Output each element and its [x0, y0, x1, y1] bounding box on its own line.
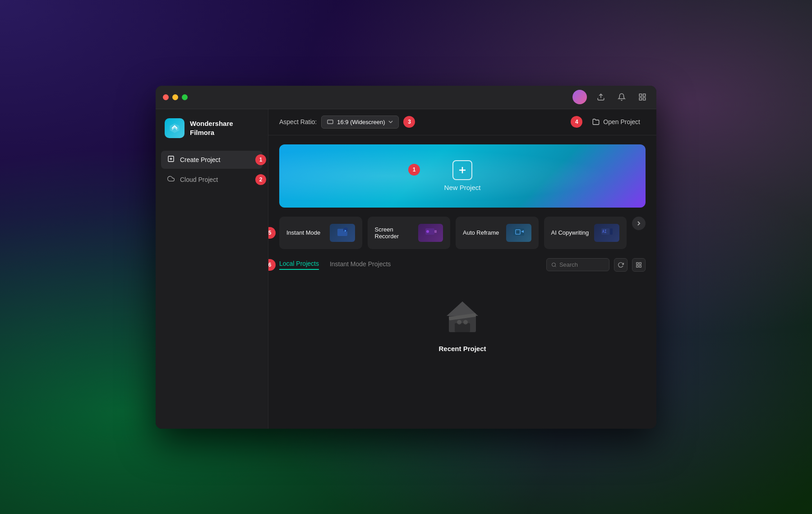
feature-card-auto-reframe[interactable]: Auto Reframe — [456, 217, 539, 249]
aspect-ratio-value: 16:9 (Widescreen) — [337, 119, 385, 125]
feature-card-instant-mode[interactable]: Instant Mode — [279, 217, 362, 249]
content-scroll[interactable]: 1 New Project 5 — [268, 135, 656, 429]
minimize-button[interactable] — [172, 94, 178, 100]
bell-icon[interactable] — [615, 90, 628, 104]
svg-point-23 — [552, 263, 555, 266]
svg-rect-3 — [639, 98, 641, 100]
new-project-plus-icon — [452, 160, 472, 180]
svg-rect-4 — [643, 98, 646, 100]
refresh-button[interactable] — [614, 258, 627, 272]
svg-point-32 — [457, 320, 461, 324]
traffic-lights — [163, 94, 188, 100]
aspect-ratio-control: Aspect Ratio: 16:9 (Widescreen) 3 — [279, 116, 415, 129]
open-project-badge: 4 — [571, 116, 582, 128]
auto-reframe-thumb — [506, 224, 531, 242]
upload-icon[interactable] — [594, 90, 608, 104]
search-icon — [551, 262, 557, 268]
ai-copywriting-thumb: AI — [594, 224, 619, 242]
svg-point-33 — [463, 320, 468, 324]
logo-icon — [165, 118, 185, 138]
tabs-badge: 6 — [268, 259, 276, 271]
feature-card-ai-copywriting[interactable]: AI Copywriting AI — [544, 217, 627, 249]
sidebar: Wondershare Filmora Create Project — [156, 109, 268, 429]
svg-rect-15 — [434, 230, 437, 233]
svg-rect-1 — [639, 94, 641, 96]
maximize-button[interactable] — [182, 94, 188, 100]
tabs-right — [546, 258, 646, 272]
close-button[interactable] — [163, 94, 169, 100]
auto-reframe-label: Auto Reframe — [463, 229, 499, 236]
aspect-badge: 3 — [403, 116, 415, 128]
tabs-bar: 6 Local Projects Instant Mode Projects — [279, 258, 646, 272]
new-project-content: New Project — [444, 160, 481, 191]
cloud-icon — [167, 175, 175, 184]
svg-rect-2 — [643, 94, 646, 96]
svg-rect-21 — [610, 228, 613, 235]
new-project-label: New Project — [444, 184, 481, 191]
aspect-ratio-label: Aspect Ratio: — [279, 118, 317, 125]
svg-point-16 — [426, 230, 429, 233]
sidebar-nav: Create Project 1 Cloud Project 2 — [156, 151, 268, 189]
svg-rect-27 — [639, 265, 641, 267]
app-window: Wondershare Filmora Create Project — [156, 86, 656, 429]
new-project-badge: 1 — [408, 164, 420, 176]
open-project-button[interactable]: Open Project — [587, 116, 646, 128]
svg-rect-9 — [328, 120, 333, 124]
grid-view-button[interactable] — [632, 258, 646, 272]
create-project-badge: 1 — [255, 154, 266, 165]
refresh-icon — [618, 262, 624, 268]
feature-cards-next-button[interactable] — [632, 217, 646, 230]
tab-local-projects[interactable]: Local Projects — [279, 260, 319, 270]
create-project-icon — [167, 155, 175, 164]
cloud-project-badge: 2 — [255, 174, 266, 185]
search-input[interactable] — [559, 261, 604, 268]
instant-mode-thumb — [330, 224, 355, 242]
svg-rect-25 — [639, 262, 641, 264]
empty-state: Recent Project — [279, 279, 646, 370]
folder-icon — [592, 118, 600, 125]
instant-mode-label: Instant Mode — [286, 229, 320, 236]
svg-rect-26 — [637, 265, 638, 267]
titlebar-icons — [572, 90, 649, 104]
content-area: Aspect Ratio: 16:9 (Widescreen) 3 4 — [268, 109, 656, 429]
aspect-ratio-icon — [327, 120, 333, 124]
sidebar-logo: Wondershare Filmora — [156, 118, 268, 151]
cloud-project-label: Cloud Project — [180, 176, 218, 183]
sidebar-item-cloud-project[interactable]: Cloud Project 2 — [161, 171, 263, 189]
ai-copywriting-label: AI Copywriting — [551, 229, 589, 236]
topbar-right: 4 Open Project — [571, 116, 646, 128]
tabs-left: 6 Local Projects Instant Mode Projects — [279, 260, 391, 270]
feature-card-screen-recorder[interactable]: Screen Recorder — [368, 217, 451, 249]
search-box[interactable] — [546, 258, 609, 271]
logo-text: Wondershare Filmora — [190, 119, 233, 137]
empty-state-label: Recent Project — [438, 345, 486, 352]
chevron-down-icon — [388, 120, 393, 123]
feature-cards: 5 Instant Mode — [279, 217, 646, 249]
grid-icon[interactable] — [636, 90, 649, 104]
tab-instant-mode-projects[interactable]: Instant Mode Projects — [330, 260, 391, 269]
sidebar-item-create-project[interactable]: Create Project 1 — [161, 151, 263, 169]
main-layout: Wondershare Filmora Create Project — [156, 109, 656, 429]
svg-rect-30 — [455, 323, 470, 332]
feature-cards-badge: 5 — [268, 227, 276, 239]
topbar: Aspect Ratio: 16:9 (Widescreen) 3 4 — [268, 109, 656, 135]
screen-recorder-label: Screen Recorder — [375, 226, 419, 240]
svg-text:AI: AI — [602, 230, 607, 234]
svg-rect-24 — [637, 262, 638, 264]
new-project-banner[interactable]: 1 New Project — [279, 144, 646, 208]
grid-view-icon — [636, 262, 642, 268]
open-project-label: Open Project — [603, 118, 640, 125]
create-project-label: Create Project — [180, 156, 220, 163]
user-avatar[interactable] — [572, 90, 587, 104]
screen-recorder-thumb — [418, 224, 443, 242]
svg-marker-5 — [170, 123, 180, 133]
aspect-ratio-dropdown[interactable]: 16:9 (Widescreen) — [321, 116, 399, 129]
titlebar — [156, 86, 656, 109]
empty-state-icon — [442, 297, 483, 338]
